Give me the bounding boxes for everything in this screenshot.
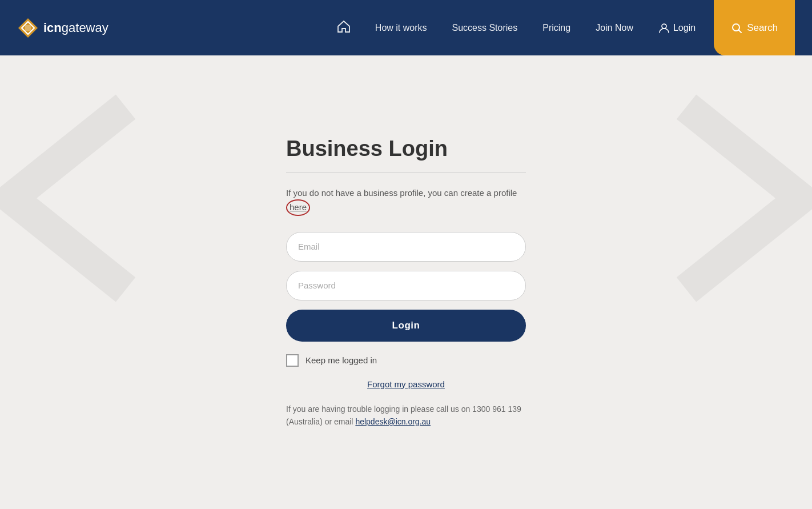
search-label: Search bbox=[747, 22, 778, 34]
svg-line-5 bbox=[739, 30, 742, 33]
search-button[interactable]: Search bbox=[714, 0, 795, 55]
nav-link-how-it-works[interactable]: How it works bbox=[363, 23, 440, 33]
page-body: Business Login If you do not have a busi… bbox=[0, 55, 812, 509]
nav-link-pricing[interactable]: Pricing bbox=[530, 23, 583, 33]
home-icon[interactable] bbox=[336, 19, 351, 37]
search-icon bbox=[731, 22, 742, 34]
login-button[interactable]: Login bbox=[286, 310, 526, 342]
svg-point-3 bbox=[662, 24, 666, 29]
logo-bold: icn bbox=[43, 21, 62, 35]
login-form-container: Business Login If you do not have a busi… bbox=[286, 114, 526, 451]
navigation: icngateway How it works Success Stories … bbox=[0, 0, 812, 55]
subtitle-before: If you do not have a business profile, y… bbox=[286, 188, 517, 198]
password-input[interactable] bbox=[286, 271, 526, 300]
keep-logged-in-label: Keep me logged in bbox=[305, 355, 377, 365]
help-text: If you are having trouble logging in ple… bbox=[286, 403, 526, 428]
keep-logged-in-row: Keep me logged in bbox=[286, 354, 526, 367]
here-link[interactable]: here bbox=[286, 199, 310, 216]
form-subtitle: If you do not have a business profile, y… bbox=[286, 187, 526, 216]
svg-marker-2 bbox=[25, 25, 31, 31]
title-divider bbox=[286, 173, 526, 173]
logo-icon bbox=[17, 17, 39, 39]
login-label: Login bbox=[673, 23, 696, 33]
nav-link-success-stories[interactable]: Success Stories bbox=[440, 23, 530, 33]
forgot-password-link[interactable]: Forgot my password bbox=[286, 379, 526, 389]
logo-regular: gateway bbox=[62, 21, 108, 35]
keep-logged-in-checkbox[interactable] bbox=[286, 354, 299, 367]
right-chevron-decoration bbox=[664, 90, 812, 307]
left-chevron-decoration bbox=[0, 90, 148, 307]
helpdesk-email-link[interactable]: helpdesk@icn.org.au bbox=[355, 417, 431, 426]
person-icon bbox=[658, 22, 670, 34]
nav-links: How it works Success Stories Pricing Joi… bbox=[336, 0, 795, 55]
logo[interactable]: icngateway bbox=[17, 17, 108, 39]
nav-login[interactable]: Login bbox=[646, 22, 708, 34]
page-title: Business Login bbox=[286, 137, 526, 161]
nav-link-join-now[interactable]: Join Now bbox=[583, 23, 646, 33]
email-input[interactable] bbox=[286, 232, 526, 262]
